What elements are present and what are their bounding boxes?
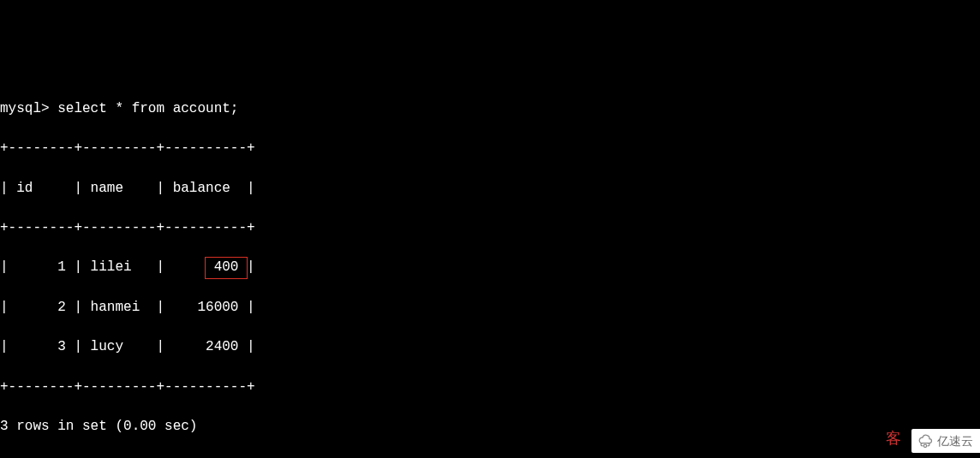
watermark-badge: 亿速云	[911, 429, 980, 453]
highlight-balance-1: 400	[205, 257, 248, 278]
sql-select-1: select * from account;	[50, 101, 239, 116]
table-row: | 1 | lilei | 400 |	[0, 258, 980, 277]
mysql-prompt: mysql>	[0, 101, 50, 116]
table-border: +--------+---------+----------+	[0, 139, 980, 158]
terminal-output: mysql> select * from account; +--------+…	[0, 80, 980, 458]
table-row: | 2 | hanmei | 16000 |	[0, 298, 980, 318]
table-border: +--------+---------+----------+	[0, 218, 980, 238]
partial-cn-text: 客	[886, 427, 901, 449]
cloud-icon	[917, 432, 934, 449]
table-border: +--------+---------+----------+	[0, 378, 980, 397]
svg-point-0	[923, 444, 926, 447]
watermark-text: 亿速云	[937, 432, 973, 449]
rows-in-set: 3 rows in set (0.00 sec)	[0, 417, 980, 437]
table-row: | 3 | lucy | 2400 |	[0, 337, 980, 357]
table-header: | id | name | balance |	[0, 179, 980, 199]
